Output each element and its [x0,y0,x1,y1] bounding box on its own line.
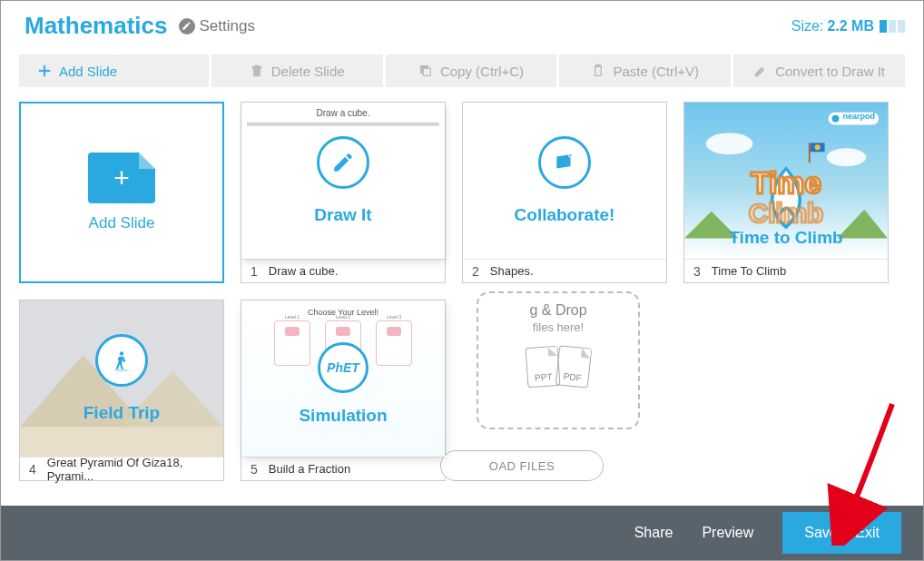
slide-caption-3: Time to Climb [684,228,888,248]
drag-drop-zone[interactable]: g & Drop files here! PPT PDF [477,291,640,429]
phet-circle-icon: PhET [318,342,369,393]
share-button[interactable]: Share [634,525,673,541]
svg-point-15 [113,369,129,371]
add-slide-caption: Add Slide [89,214,155,232]
upload-files-button[interactable]: OAD FILES [440,450,604,481]
paste-button[interactable]: Paste (Ctrl+V) [559,54,731,87]
pencil-tool-icon [753,64,768,78]
slides-grid: + Add Slide Draw a cube. Draw It 1Draw a… [1,87,923,481]
add-slide-label: Add Slide [59,64,117,79]
pinboard-circle-icon [538,136,591,189]
svg-point-14 [120,351,123,355]
slide-card-3[interactable]: Time Climb nearpod Time to Climb 3Time T… [683,102,889,283]
add-slide-card[interactable]: + Add Slide [19,102,224,283]
slide-mini-1: Draw a cube. [241,108,445,118]
slide-title-1: Draw a cube. [269,264,339,278]
convert-button[interactable]: Convert to Draw It [733,54,905,87]
settings-label: Settings [200,17,255,35]
svg-point-4 [827,148,867,166]
preview-button[interactable]: Preview [702,525,753,541]
page-title: Mathematics [25,12,168,40]
size-label: Size: [791,18,824,34]
convert-label: Convert to Draw It [775,64,885,79]
brand-nearpod: nearpod [842,112,875,121]
add-slide-button[interactable]: Add Slide [19,54,209,87]
slide-title-2: Shapes. [490,264,534,278]
slide-num-4: 4 [29,462,36,477]
add-file-icon: + [88,153,155,203]
slide-title-4: Great Pyramid Of Giza18, Pyrami... [47,456,214,483]
slide-caption-1: Draw It [314,205,371,225]
slide-num-5: 5 [251,462,258,477]
svg-rect-13 [20,428,223,457]
slide-title-3: Time To Climb [712,264,786,278]
svg-point-11 [832,115,840,123]
slide-caption-4: Field Trip [84,403,160,423]
ruler-icon [247,123,439,126]
delete-slide-label: Delete Slide [271,64,345,79]
pdf-file-icon: PDF [555,345,592,389]
svg-point-7 [815,144,821,150]
drop-text-2: files here! [533,320,584,334]
pencil-circle-icon [317,136,369,189]
settings-link[interactable]: Settings [179,17,255,35]
upload-files-label: OAD FILES [489,459,555,473]
paste-label: Paste (Ctrl+V) [613,64,699,79]
bottom-bar: Share Preview Save & Exit [1,506,923,560]
trash-icon [250,64,264,78]
svg-rect-5 [809,143,811,162]
slide-card-4[interactable]: Field Trip 4Great Pyramid Of Giza18, Pyr… [19,300,224,481]
slide-card-1[interactable]: Draw a cube. Draw It 1Draw a cube. [241,102,446,283]
copy-button[interactable]: Copy (Ctrl+C) [386,54,557,87]
drop-text-1: g & Drop [529,302,586,319]
size-value: 2.2 MB [827,18,874,34]
slide-card-2[interactable]: Collaborate! 2Shapes. [462,102,667,283]
clipboard-icon [591,64,605,78]
slide-card-5[interactable]: Choose Your Level! Level 1 Level 2 Level… [241,300,446,481]
svg-point-3 [706,133,753,154]
copy-icon [418,64,433,78]
svg-text:Time: Time [751,166,821,200]
walk-circle-icon [95,334,148,387]
slide-num-3: 3 [693,264,701,279]
svg-text:Climb: Climb [749,198,824,228]
toolbar: Add Slide Delete Slide Copy (Ctrl+C) Pas… [1,54,923,87]
slide-num-1: 1 [251,264,258,279]
plus-icon [37,64,52,78]
slide-caption-2: Collaborate! [515,205,615,225]
slide-title-5: Build a Fraction [269,462,350,476]
slide-num-2: 2 [472,264,479,279]
header: Mathematics Settings Size: 2.2 MB [1,1,923,54]
slide-caption-5: Simulation [299,406,387,426]
size-bars [880,20,905,33]
save-exit-button[interactable]: Save & Exit [782,512,901,554]
svg-point-1 [569,154,571,156]
pencil-icon [179,18,195,34]
size-indicator: Size: 2.2 MB [791,18,905,34]
delete-slide-button[interactable]: Delete Slide [211,54,383,87]
copy-label: Copy (Ctrl+C) [440,64,524,79]
